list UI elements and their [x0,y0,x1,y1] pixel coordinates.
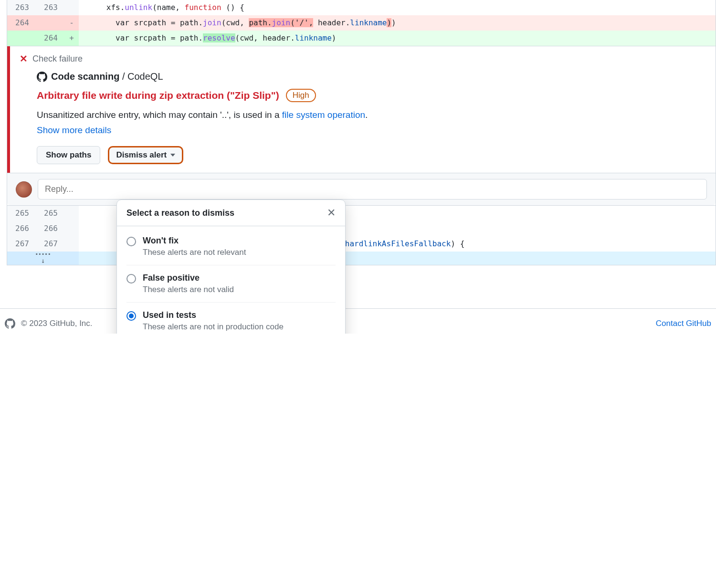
option-description: These alerts are not valid [143,285,234,294]
option-label: Used in tests [143,310,284,320]
line-number-new: 267 [36,236,64,252]
page-footer: © 2023 GitHub, Inc. Contact GitHub [0,308,716,334]
dismiss-option-used-in-tests[interactable]: Used in tests These alerts are not in pr… [126,303,336,334]
popover-title: Select a reason to dismiss [126,208,234,218]
code-scanning-annotation: ✕ Check failure Code scanning / CodeQL A… [7,46,716,206]
line-number-old: 264 [7,15,36,31]
dismiss-alert-label: Dismiss alert [116,150,167,160]
code-scanning-label: Code scanning [51,71,119,82]
severity-badge: High [286,89,316,102]
dismiss-option-false-positive[interactable]: False positive These alerts are not vali… [126,265,336,303]
option-description: These alerts are not relevant [143,248,246,257]
diff-line-deleted: 264 - var srcpath = path.join(cwd, path.… [7,15,716,31]
avatar[interactable] [16,181,32,198]
alert-title: Arbitrary file write during zip extracti… [37,90,279,101]
line-number-new [36,15,64,31]
arrow-down-icon: ↓ [7,257,79,265]
option-description: These alerts are not in production code [143,322,284,332]
code-content: xfs.unlink(name, function () { [79,0,716,15]
reply-input[interactable] [38,179,707,200]
dismiss-reason-popover: Select a reason to dismiss ✕ Won't fix T… [116,200,346,334]
code-content: var srcpath = path.resolve(cwd, header.l… [79,31,716,46]
diff-sign [64,236,79,252]
alert-description: Unsanitized archive entry, which may con… [20,110,706,120]
diff-sign [64,0,79,15]
diff-line-context: 267 267 opts.hardlinkAsFilesFallback) { [7,236,716,252]
line-number-new: 264 [36,31,64,46]
radio-icon [126,311,136,321]
code-content: var srcpath = path.join(cwd, path.join('… [79,15,716,31]
codeql-label: / CodeQL [119,71,163,82]
diff-line-context: 266 266 r) { [7,221,716,236]
line-number-new: 266 [36,221,64,236]
show-more-details-link[interactable]: Show more details [20,125,111,136]
line-number-new: 265 [36,206,64,221]
reply-row [7,173,716,205]
diff-view: 263 263 xfs.unlink(name, function () { 2… [7,0,716,265]
option-label: False positive [143,273,234,283]
diff-sign: - [64,15,79,31]
line-number-old: 263 [7,0,36,15]
close-icon[interactable]: ✕ [327,208,336,218]
diff-line-context: 263 263 xfs.unlink(name, function () { [7,0,716,15]
line-number-old: 267 [7,236,36,252]
dismiss-option-wont-fix[interactable]: Won't fix These alerts are not relevant [126,228,336,265]
diff-line-added: 264 + var srcpath = path.resolve(cwd, he… [7,31,716,46]
check-failure-label: Check failure [32,54,83,64]
line-number-old [7,31,36,46]
diff-sign [64,221,79,236]
github-mark-icon [5,318,15,329]
diff-line-context: 265 265 [7,206,716,221]
file-system-operation-link[interactable]: file system operation [282,110,365,120]
line-number-new: 263 [36,0,64,15]
caret-down-icon [170,154,175,157]
radio-icon [126,274,136,284]
option-label: Won't fix [143,236,246,246]
expand-down-icon: ••••• [7,252,79,257]
line-number-old: 265 [7,206,36,221]
diff-sign: + [64,31,79,46]
show-paths-button[interactable]: Show paths [37,146,100,164]
radio-icon [126,237,136,246]
copyright-text: © 2023 GitHub, Inc. [21,319,93,328]
contact-github-link[interactable]: Contact GitHub [656,319,711,328]
expand-diff-row[interactable]: ••••• ↓ [7,252,716,265]
github-mark-icon [37,72,47,82]
x-icon: ✕ [20,53,28,64]
line-number-old: 266 [7,221,36,236]
dismiss-alert-dropdown-button[interactable]: Dismiss alert [108,146,183,164]
diff-sign [64,206,79,221]
